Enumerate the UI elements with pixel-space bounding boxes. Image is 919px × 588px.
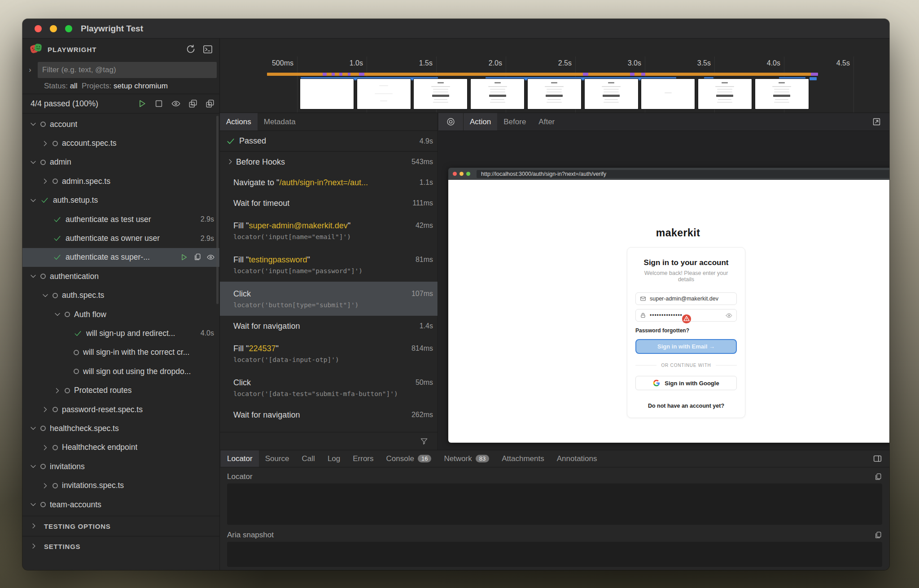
sidebar-scrollbar[interactable] [216, 116, 219, 304]
toggle-layout-button[interactable] [873, 450, 889, 467]
sign-in-google-button[interactable]: Sign in with Google [635, 376, 737, 390]
tree-item[interactable]: will sign out using the dropdo... [22, 362, 219, 381]
actions-tab-metadata[interactable]: Metadata [258, 113, 302, 131]
chevron-right-icon[interactable] [41, 443, 50, 452]
tree-item[interactable]: account.spec.ts [22, 134, 219, 152]
password-forgotten-link[interactable]: Password forgotten? [635, 327, 737, 334]
detail-tab-before[interactable]: Before [497, 113, 532, 131]
actions-tab-actions[interactable]: Actions [220, 113, 258, 131]
expand-all-icon[interactable] [205, 99, 215, 109]
email-field[interactable]: super-admin@makerkit.dev [635, 292, 737, 305]
chevron-right-icon[interactable] [226, 157, 235, 166]
maximize-window-button[interactable] [65, 25, 72, 32]
stop-icon[interactable] [154, 99, 164, 109]
tree-item[interactable]: authenticate as owner user2.9s [22, 229, 219, 248]
tree-item[interactable]: admin [22, 153, 219, 172]
tree-item[interactable]: authentication [22, 267, 219, 286]
tree-item[interactable]: Protected routes [22, 381, 219, 400]
sidebar-section-settings[interactable]: SETTINGS [22, 536, 219, 556]
action-row[interactable]: Wait for navigation1.4s [220, 316, 438, 336]
tree-item[interactable]: auth.setup.ts [22, 191, 219, 210]
tree-item[interactable]: account [22, 115, 219, 134]
timeline-film-thumbnail[interactable] [300, 79, 354, 109]
status-projects-line[interactable]: Status: all Projects: setup chromium [44, 82, 215, 95]
close-window-button[interactable] [35, 25, 42, 32]
tree-item[interactable]: Healthcheck endpoint [22, 438, 219, 457]
pick-locator-target-icon[interactable] [438, 113, 464, 131]
chevron-down-icon[interactable] [29, 120, 38, 129]
action-row[interactable]: Fill "testingpassword"81mslocator('input… [220, 248, 438, 282]
chevron-down-icon[interactable] [29, 500, 38, 509]
bottom-tab-call[interactable]: Call [296, 450, 321, 467]
tree-item[interactable]: admin.spec.ts [22, 172, 219, 191]
timeline-film-thumbnail[interactable] [357, 79, 411, 109]
collapse-all-icon[interactable] [188, 99, 198, 109]
bottom-tab-annotations[interactable]: Annotations [551, 450, 604, 467]
bottom-tab-source[interactable]: Source [259, 450, 296, 467]
action-row[interactable]: Navigate to "/auth/sign-in?next=/aut...1… [220, 172, 438, 193]
timeline-film-thumbnail[interactable] [414, 79, 467, 109]
play-row-icon[interactable] [179, 253, 188, 261]
refresh-icon[interactable] [185, 44, 196, 55]
address-bar[interactable]: http://localhost:3000/auth/sign-in?next=… [477, 170, 889, 178]
action-row[interactable]: Fill "super-admin@makerkit.dev"42mslocat… [220, 213, 438, 248]
tree-item[interactable]: Auth flow [22, 305, 219, 324]
sign-in-email-button[interactable]: Sign in with Email → [635, 339, 737, 354]
action-row[interactable]: Click50mslocator('[data-test="submit-mfa… [220, 370, 438, 405]
bottom-tab-log[interactable]: Log [321, 450, 346, 467]
tree-item[interactable]: will sign-in with the correct cr... [22, 343, 219, 362]
copy-aria-snapshot-button[interactable] [874, 531, 882, 540]
tree-item[interactable]: invitations.spec.ts [22, 476, 219, 495]
filter-funnel-icon[interactable] [420, 437, 429, 446]
bottom-tab-errors[interactable]: Errors [346, 450, 380, 467]
open-external-button[interactable] [872, 113, 889, 131]
copy-row-icon[interactable] [193, 253, 201, 261]
timeline-strip[interactable]: 500ms1.0s1.5s2.0s2.5s3.0s3.5s4.0s4.5s5.0… [220, 39, 889, 113]
timeline-film-thumbnail[interactable] [471, 79, 524, 109]
sidebar-section-testing-options[interactable]: TESTING OPTIONS [22, 516, 219, 536]
action-row[interactable]: Click107mslocator('button[type="submit"]… [220, 282, 438, 316]
watch-icon[interactable] [171, 99, 181, 109]
action-row[interactable]: Before Hooks543ms [220, 152, 438, 172]
chevron-down-icon[interactable] [53, 310, 62, 319]
tree-item[interactable]: password-reset.spec.ts [22, 400, 219, 419]
bottom-tab-locator[interactable]: Locator [221, 450, 259, 467]
chevron-down-icon[interactable] [29, 272, 38, 281]
action-row[interactable]: Wait for navigation262ms [220, 405, 438, 425]
chevron-right-icon[interactable] [41, 139, 50, 148]
chevron-down-icon[interactable] [29, 462, 38, 471]
show-password-eye-icon[interactable] [726, 312, 732, 319]
tree-item[interactable]: healthcheck.spec.ts [22, 419, 219, 438]
chevron-down-icon[interactable] [29, 196, 38, 205]
bottom-tab-console[interactable]: Console16 [380, 450, 438, 467]
minimize-window-button[interactable] [50, 25, 57, 32]
filter-expand-chevron-icon[interactable]: › [22, 66, 38, 74]
timeline-film-thumbnail[interactable] [641, 79, 695, 109]
watch-row-icon[interactable] [206, 253, 215, 261]
action-row[interactable]: Get storage state18ms [220, 425, 438, 432]
tree-item[interactable]: team-accounts [22, 495, 219, 514]
action-row[interactable]: Wait for timeout111ms [220, 193, 438, 213]
tree-item[interactable]: auth.spec.ts [22, 286, 219, 305]
no-account-link[interactable]: Do not have an account yet? [635, 403, 737, 409]
copy-locator-button[interactable] [874, 473, 882, 481]
tree-item[interactable]: authenticate as super-... [22, 248, 219, 267]
timeline-film-thumbnail[interactable] [528, 79, 581, 109]
action-row[interactable]: Fill "224537"814mslocator('[data-input-o… [220, 336, 438, 370]
filter-input[interactable] [38, 62, 217, 78]
chevron-down-icon[interactable] [29, 424, 38, 433]
tree-item[interactable]: will sign-up and redirect...4.0s [22, 324, 219, 343]
detail-tab-action[interactable]: Action [464, 113, 497, 131]
bottom-tab-network[interactable]: Network83 [438, 450, 495, 467]
chevron-right-icon[interactable] [41, 405, 50, 414]
locator-editor[interactable] [227, 483, 882, 525]
chevron-down-icon[interactable] [41, 291, 50, 300]
chevron-right-icon[interactable] [41, 177, 50, 186]
timeline-film-thumbnail[interactable] [585, 79, 638, 109]
timeline-film-thumbnail[interactable] [755, 79, 809, 109]
detail-tab-after[interactable]: After [532, 113, 561, 131]
chevron-right-icon[interactable] [41, 481, 50, 490]
chevron-right-icon[interactable] [53, 386, 62, 395]
terminal-icon[interactable] [202, 44, 213, 55]
play-icon[interactable] [137, 99, 147, 109]
